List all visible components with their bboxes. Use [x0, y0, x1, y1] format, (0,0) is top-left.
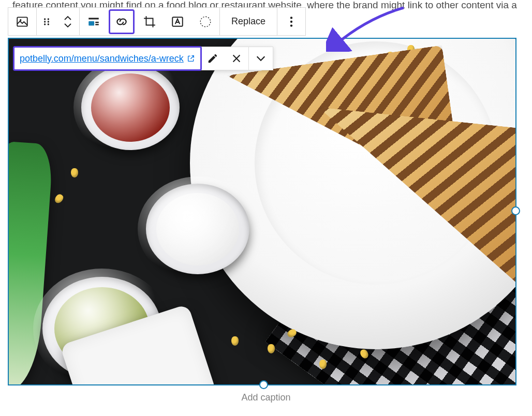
block-type-image-button[interactable]: [8, 8, 36, 35]
move-up-button[interactable]: [63, 15, 72, 21]
align-button[interactable]: [80, 8, 108, 35]
text-overlay-button[interactable]: [164, 8, 191, 35]
svg-rect-8: [88, 18, 99, 19]
toolbar-group-more: [277, 8, 305, 35]
svg-point-14: [290, 17, 292, 19]
svg-point-15: [290, 20, 292, 22]
pencil-icon: [207, 53, 218, 64]
svg-point-4: [44, 21, 46, 22]
svg-rect-0: [17, 17, 27, 26]
link-url-text: potbelly.com/menu/sandwiches/a-wreck: [20, 53, 184, 64]
chevron-down-icon: [255, 55, 267, 62]
crop-icon: [143, 15, 156, 28]
move-up-down-group: [56, 15, 79, 28]
toolbar-group-inline: [80, 8, 220, 35]
image-caption-input[interactable]: Add caption: [0, 392, 532, 403]
resize-handle-bottom[interactable]: [259, 380, 268, 389]
resize-handle-right[interactable]: [511, 206, 520, 215]
image-block[interactable]: [8, 38, 516, 385]
caption-placeholder: Add caption: [241, 392, 290, 403]
align-icon: [87, 15, 100, 28]
link-settings-toggle[interactable]: [249, 47, 273, 70]
more-vertical-icon: [285, 15, 298, 28]
toolbar-group-move: [37, 8, 80, 35]
link-url[interactable]: potbelly.com/menu/sandwiches/a-wreck: [13, 46, 202, 71]
svg-point-16: [290, 24, 292, 26]
duotone-button[interactable]: [191, 8, 219, 35]
svg-rect-10: [95, 22, 99, 23]
svg-point-6: [44, 23, 46, 25]
chevron-down-icon: [63, 22, 72, 28]
block-toolbar: Replace: [8, 7, 306, 36]
link-popover: potbelly.com/menu/sandwiches/a-wreck: [13, 47, 273, 70]
image-content: [9, 39, 515, 384]
svg-rect-9: [88, 21, 94, 25]
svg-point-2: [44, 18, 46, 20]
replace-button-label: Replace: [231, 16, 265, 27]
chevron-up-icon: [63, 15, 72, 21]
close-icon: [231, 53, 242, 64]
move-down-button[interactable]: [63, 22, 72, 28]
svg-point-5: [48, 21, 49, 22]
image-icon: [16, 15, 29, 28]
svg-point-3: [48, 18, 49, 20]
text-over-image-icon: [171, 15, 184, 28]
remove-link-button[interactable]: [225, 47, 248, 70]
external-link-icon: [187, 54, 195, 63]
svg-rect-11: [95, 24, 99, 25]
edit-link-button[interactable]: [201, 47, 225, 70]
svg-point-1: [20, 19, 21, 21]
more-options-button[interactable]: [277, 8, 305, 35]
link-icon: [115, 15, 128, 28]
duotone-filter-icon: [199, 15, 212, 28]
svg-point-7: [48, 23, 49, 25]
link-button[interactable]: [109, 9, 135, 34]
svg-point-13: [200, 17, 211, 27]
replace-button[interactable]: Replace: [220, 8, 277, 35]
drag-handle-button[interactable]: [37, 8, 56, 35]
toolbar-group-block: [8, 8, 37, 35]
drag-handle-icon: [41, 17, 52, 27]
crop-button[interactable]: [136, 8, 164, 35]
